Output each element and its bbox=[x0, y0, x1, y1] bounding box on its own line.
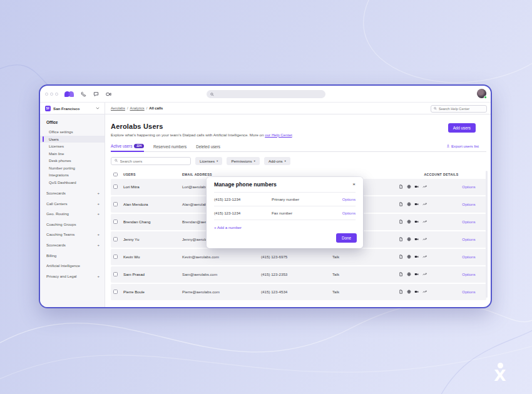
video-camera-icon[interactable] bbox=[414, 255, 419, 260]
user-avatar[interactable] bbox=[477, 89, 486, 98]
row-checkbox[interactable] bbox=[113, 255, 118, 259]
globe-icon[interactable] bbox=[407, 237, 411, 242]
filter-dropdown-permissions[interactable]: Permissions▾ bbox=[227, 157, 260, 165]
trend-icon[interactable] bbox=[422, 184, 427, 189]
window-control-dot[interactable] bbox=[55, 93, 58, 96]
filter-dropdown-add-ons[interactable]: Add-ons▾ bbox=[264, 157, 290, 165]
table-scrollbar[interactable] bbox=[486, 171, 488, 298]
trend-icon[interactable] bbox=[422, 290, 427, 295]
globe-icon[interactable] bbox=[407, 272, 411, 277]
document-icon[interactable] bbox=[399, 290, 403, 295]
breadcrumb-analytics[interactable]: Analytics bbox=[130, 106, 145, 110]
expand-plus-icon[interactable]: + bbox=[97, 230, 100, 240]
globe-icon[interactable] bbox=[407, 220, 411, 225]
number-options-link[interactable]: Options bbox=[342, 197, 356, 201]
sidebar-group-artificial-intelligence[interactable]: Artificial Intelligence bbox=[40, 261, 105, 271]
done-button[interactable]: Done bbox=[336, 233, 357, 243]
sidebar-group-scorecards[interactable]: Scorecards+ bbox=[40, 188, 105, 199]
sidebar-group-scorecards[interactable]: Scorecards+ bbox=[40, 240, 105, 251]
expand-plus-icon[interactable]: + bbox=[97, 209, 100, 220]
expand-plus-icon[interactable]: + bbox=[97, 240, 100, 251]
filter-dropdown-licenses[interactable]: Licenses▾ bbox=[195, 157, 222, 165]
help-search-input[interactable] bbox=[439, 107, 484, 111]
trend-icon[interactable] bbox=[422, 202, 427, 207]
options-link[interactable]: Options bbox=[454, 220, 484, 224]
document-icon[interactable] bbox=[399, 220, 403, 225]
sidebar-group-caoching-teams[interactable]: Caoching Teams+ bbox=[40, 230, 105, 240]
sidebar-item-users[interactable]: Users bbox=[40, 136, 105, 143]
sidebar-item-main-line[interactable]: Main line bbox=[40, 150, 105, 158]
video-camera-icon[interactable] bbox=[414, 184, 419, 189]
globe-icon[interactable] bbox=[407, 290, 411, 295]
globe-icon[interactable] bbox=[407, 184, 411, 189]
trend-icon[interactable] bbox=[422, 255, 427, 260]
options-link[interactable]: Options bbox=[454, 272, 484, 276]
document-icon[interactable] bbox=[399, 237, 403, 242]
options-link[interactable]: Options bbox=[454, 237, 484, 241]
sidebar-item-licenses[interactable]: Licenses bbox=[40, 143, 105, 150]
expand-plus-icon[interactable]: + bbox=[97, 271, 100, 282]
options-link[interactable]: Options bbox=[454, 255, 484, 259]
expand-plus-icon[interactable]: + bbox=[97, 199, 100, 210]
breadcrumb: Aerolabs/Analytics/All calls bbox=[105, 103, 163, 114]
tab-deleted-users[interactable]: Deleted users bbox=[196, 144, 220, 151]
add-users-button[interactable]: Add users bbox=[448, 123, 476, 133]
window-control-dot[interactable] bbox=[45, 93, 48, 96]
sidebar-item-number-porting[interactable]: Number porting bbox=[40, 164, 105, 172]
document-icon[interactable] bbox=[399, 184, 403, 189]
row-checkbox[interactable] bbox=[113, 272, 118, 276]
options-link[interactable]: Options bbox=[454, 290, 484, 294]
sidebar-group-privacy-and-legal[interactable]: Privacy and Legal+ bbox=[40, 271, 105, 282]
sidebar-item-integrations[interactable]: Integrations bbox=[40, 171, 105, 179]
row-checkbox[interactable] bbox=[113, 237, 118, 241]
window-control-dot[interactable] bbox=[50, 93, 53, 96]
document-icon[interactable] bbox=[399, 255, 403, 260]
trend-icon[interactable] bbox=[422, 220, 427, 225]
help-center-search[interactable] bbox=[431, 105, 487, 113]
add-a-number-link[interactable]: + Add a number bbox=[214, 225, 242, 230]
video-camera-icon[interactable] bbox=[414, 220, 419, 225]
row-checkbox[interactable] bbox=[113, 202, 118, 206]
options-link[interactable]: Options bbox=[454, 202, 484, 206]
globe-icon[interactable] bbox=[407, 202, 411, 207]
sidebar-group-billing[interactable]: Billing bbox=[40, 251, 105, 261]
breadcrumb-aerolabs[interactable]: Aerolabs bbox=[111, 106, 125, 110]
row-checkbox[interactable] bbox=[113, 290, 118, 294]
sidebar-item-desk-phones[interactable]: Desk phones bbox=[40, 157, 105, 164]
users-search-input[interactable] bbox=[120, 159, 186, 163]
chat-icon[interactable] bbox=[93, 91, 99, 97]
close-icon[interactable]: × bbox=[352, 182, 356, 187]
sidebar-item-qos-dashboard[interactable]: QoS Dashboard bbox=[40, 179, 105, 186]
document-icon[interactable] bbox=[399, 272, 403, 277]
select-all-checkbox[interactable] bbox=[113, 173, 118, 177]
video-camera-icon[interactable] bbox=[414, 202, 419, 207]
number-options-link[interactable]: Options bbox=[342, 211, 356, 215]
users-search[interactable] bbox=[111, 157, 191, 165]
document-icon[interactable] bbox=[399, 202, 403, 207]
expand-plus-icon[interactable]: + bbox=[97, 188, 100, 199]
row-checkbox[interactable] bbox=[113, 184, 118, 189]
help-center-link[interactable]: our Help Center bbox=[265, 133, 292, 137]
tab-reserved-numbers[interactable]: Reserved numbers bbox=[153, 144, 187, 151]
row-checkbox[interactable] bbox=[113, 220, 118, 224]
sidebar-group-coaching-groups[interactable]: Coaching Groups bbox=[40, 220, 105, 230]
trend-icon[interactable] bbox=[422, 237, 427, 242]
export-users-link[interactable]: Export users list bbox=[446, 144, 479, 148]
video-icon[interactable] bbox=[106, 91, 111, 97]
global-search-input[interactable] bbox=[216, 93, 279, 96]
user-phone: (415) 123-2353 bbox=[261, 272, 332, 276]
org-switcher[interactable]: SF San Francisco bbox=[40, 103, 105, 114]
options-link[interactable]: Options bbox=[454, 184, 484, 189]
video-camera-icon[interactable] bbox=[414, 290, 419, 295]
tab-active-users[interactable]: Active users224 bbox=[111, 144, 144, 152]
trend-icon[interactable] bbox=[422, 272, 427, 277]
video-camera-icon[interactable] bbox=[414, 272, 419, 277]
sidebar-group-call-centers[interactable]: Call Centers+ bbox=[40, 199, 105, 210]
sidebar-group-geo-routing[interactable]: Geo. Routing+ bbox=[40, 209, 105, 220]
sidebar-group-label: Scorecards bbox=[46, 188, 97, 199]
global-search[interactable] bbox=[207, 90, 325, 98]
video-camera-icon[interactable] bbox=[414, 237, 419, 242]
sidebar-item-office-settings[interactable]: Office settings bbox=[40, 128, 105, 136]
globe-icon[interactable] bbox=[407, 255, 411, 260]
phone-icon[interactable] bbox=[81, 91, 86, 97]
